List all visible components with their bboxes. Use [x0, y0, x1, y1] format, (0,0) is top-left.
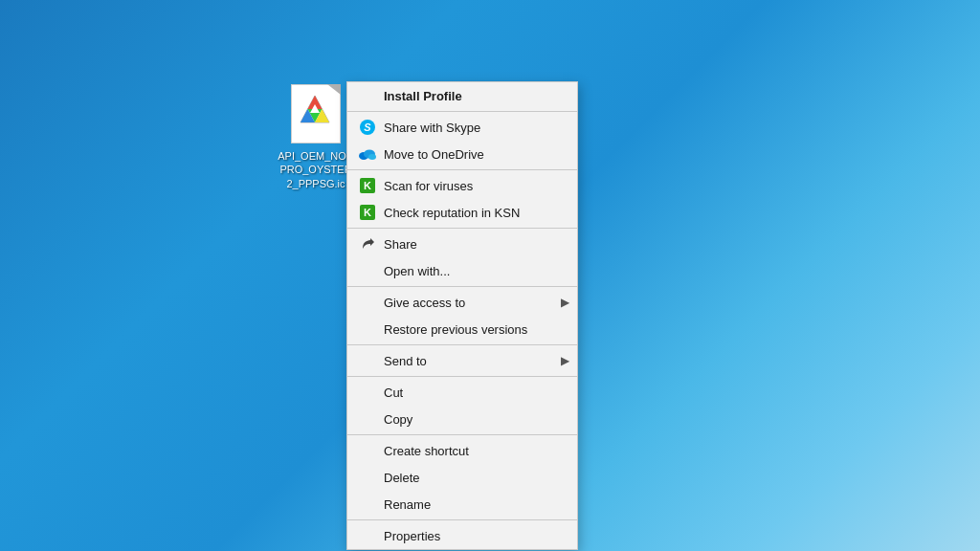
- menu-item-label-properties: Properties: [384, 529, 440, 543]
- skype-icon: S: [359, 119, 376, 136]
- menu-separator: [347, 434, 577, 435]
- file-icon-label: API_OEM_NONPRO_OYSTER2_PPPSG.ic: [278, 149, 354, 190]
- menu-item-send-to[interactable]: Send to▶: [347, 347, 577, 374]
- onedrive-icon: [359, 145, 376, 163]
- menu-item-move-onedrive[interactable]: Move to OneDrive: [347, 141, 577, 167]
- menu-item-rename[interactable]: Rename: [347, 491, 577, 518]
- menu-item-label-send-to: Send to: [384, 354, 427, 368]
- menu-separator: [347, 519, 577, 520]
- none-icon: [359, 384, 376, 401]
- menu-item-check-reputation[interactable]: KCheck reputation in KSN: [347, 199, 577, 226]
- menu-separator: [347, 169, 577, 170]
- menu-separator: [347, 286, 577, 287]
- menu-item-label-cut: Cut: [384, 386, 403, 400]
- menu-item-label-copy: Copy: [384, 412, 412, 427]
- menu-item-share-skype[interactable]: SShare with Skype: [347, 114, 577, 141]
- menu-item-label-check-reputation: Check reputation in KSN: [384, 206, 520, 220]
- none-icon: [359, 469, 376, 486]
- menu-item-label-open-with: Open with...: [384, 264, 450, 278]
- desktop-file-icon[interactable]: API_OEM_NONPRO_OYSTER2_PPPSG.ic: [278, 84, 354, 190]
- menu-item-scan-viruses[interactable]: KScan for viruses: [347, 172, 577, 199]
- file-icon-image: [285, 84, 346, 145]
- menu-item-restore-versions[interactable]: Restore previous versions: [347, 316, 577, 342]
- menu-item-open-with[interactable]: Open with...: [347, 257, 577, 284]
- none-icon: [359, 320, 376, 338]
- menu-separator: [347, 376, 577, 377]
- menu-item-label-give-access: Give access to: [384, 296, 465, 310]
- none-icon: [359, 496, 376, 513]
- none-icon: [359, 442, 376, 459]
- menu-item-delete[interactable]: Delete: [347, 464, 577, 491]
- menu-separator: [347, 111, 577, 112]
- menu-item-label-move-onedrive: Move to OneDrive: [384, 147, 484, 162]
- menu-item-label-share-skype: Share with Skype: [384, 121, 480, 135]
- menu-item-give-access[interactable]: Give access to▶: [347, 289, 577, 316]
- none-icon: [359, 294, 376, 311]
- menu-item-label-install-profile: Install Profile: [384, 89, 462, 103]
- none-icon: [359, 87, 376, 104]
- menu-item-label-create-shortcut: Create shortcut: [384, 444, 469, 458]
- menu-item-create-shortcut[interactable]: Create shortcut: [347, 437, 577, 464]
- menu-item-share[interactable]: Share: [347, 231, 577, 257]
- menu-item-label-delete: Delete: [384, 471, 420, 485]
- none-icon: [359, 352, 376, 369]
- onedrive-logo: [359, 148, 376, 160]
- menu-separator: [347, 344, 577, 345]
- skype-logo: S: [360, 120, 375, 135]
- submenu-arrow-icon: ▶: [561, 296, 569, 309]
- submenu-arrow-icon: ▶: [561, 354, 569, 367]
- menu-separator: [347, 228, 577, 229]
- svg-point-8: [368, 154, 376, 160]
- menu-item-label-restore-versions: Restore previous versions: [384, 322, 527, 337]
- menu-item-install-profile[interactable]: Install Profile: [347, 82, 577, 109]
- menu-item-properties[interactable]: Properties: [347, 522, 577, 549]
- kaspersky-icon: K: [359, 177, 376, 194]
- kaspersky-icon: K: [359, 204, 376, 221]
- share-icon: [359, 235, 376, 253]
- kaspersky-logo: K: [360, 205, 375, 220]
- none-icon: [359, 262, 376, 279]
- kaspersky-logo: K: [360, 178, 375, 193]
- menu-item-cut[interactable]: Cut: [347, 379, 577, 406]
- share-logo: [361, 237, 374, 251]
- none-icon: [359, 410, 376, 428]
- context-menu: Install ProfileSShare with Skype Move to…: [346, 81, 578, 550]
- none-icon: [359, 527, 376, 544]
- menu-item-copy[interactable]: Copy: [347, 406, 577, 432]
- menu-item-label-scan-viruses: Scan for viruses: [384, 179, 473, 193]
- menu-item-label-share: Share: [384, 237, 417, 252]
- file-type-icon: [299, 94, 331, 126]
- menu-item-label-rename: Rename: [384, 497, 431, 512]
